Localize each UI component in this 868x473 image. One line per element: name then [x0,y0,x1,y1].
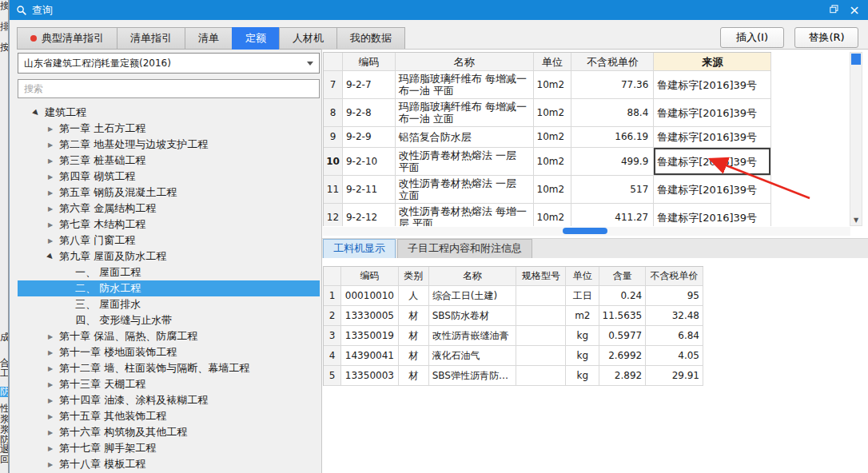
query-tab[interactable]: 定额 [232,27,280,50]
quantity-cell[interactable]: 2.6992 [599,346,646,366]
column-header-unit[interactable]: 单位 [566,267,599,286]
spec-cell[interactable] [516,306,566,326]
quota-table-row[interactable]: 12 9-2-12 改性沥青卷材热熔法 每增一层 平面 10m2 411.27 … [324,204,771,226]
column-header-quantity[interactable]: 含量 [599,267,646,286]
source-cell[interactable]: 鲁建标字[2016]39号 [654,127,771,148]
vertical-scrollbar-thumb[interactable] [851,54,861,65]
tree-item[interactable]: 第九章 屋面及防水工程 [18,248,320,264]
quota-table-row[interactable]: 8 9-2-8 玛蹄脂玻璃纤维布 每增减一布一油 立面 10m2 88.4 鲁建… [324,99,771,127]
name-cell[interactable]: 改性沥青卷材热熔法 每增一层 平面 [396,204,534,226]
column-header-code[interactable]: 编码 [341,267,399,286]
tree-expand-icon[interactable] [48,413,59,420]
tree-item[interactable]: 建筑工程 [18,105,320,121]
column-header-price[interactable]: 不含税单价 [646,267,703,286]
query-tab[interactable]: 我的数据 [336,27,405,50]
unit-cell[interactable]: 10m2 [534,71,572,99]
code-cell[interactable]: 9-2-11 [343,176,396,204]
spec-cell[interactable] [516,286,566,306]
name-cell[interactable]: SBS弹性沥青防… [429,366,517,386]
spec-cell[interactable] [516,366,566,386]
tree-expand-icon[interactable] [48,381,59,388]
tree-expand-icon[interactable] [48,429,59,436]
tree-expand-icon[interactable] [48,349,59,356]
column-header-name[interactable]: 名称 [396,53,534,71]
code-cell[interactable]: 9-2-12 [343,204,396,226]
library-dropdown[interactable]: 山东省建筑工程消耗量定额(2016) [18,53,320,74]
price-cell[interactable]: 4.05 [646,346,703,366]
spec-cell[interactable] [516,326,566,346]
name-cell[interactable]: 改性沥青卷材热熔法 一层 立面 [396,176,534,204]
price-cell[interactable]: 95 [646,286,703,306]
tree-expand-icon[interactable] [48,173,59,181]
tree-expand-icon[interactable] [48,157,59,165]
code-cell[interactable]: 00010010 [341,286,399,306]
tree-item[interactable]: 一、 屋面工程 [18,264,320,280]
source-cell[interactable]: 鲁建标字[2016]39号 [654,148,771,176]
tree-expand-icon[interactable] [48,237,59,244]
column-header-code[interactable]: 编码 [343,53,396,71]
quota-table-row[interactable]: 10 9-2-10 改性沥青卷材热熔法 一层 平面 10m2 499.9 鲁建标… [324,148,771,176]
query-tab[interactable]: 清单指引 [117,27,185,50]
tree-item[interactable]: 第十八章 模板工程 [18,456,320,472]
tree-item[interactable]: 第七章 木结构工程 [18,217,320,233]
unit-cell[interactable]: m2 [566,306,599,326]
search-input[interactable] [18,79,320,98]
tree-item[interactable]: 第五章 钢筋及混凝土工程 [18,185,320,201]
column-header-unit[interactable]: 单位 [534,53,572,71]
unit-cell[interactable]: kg [566,366,599,386]
column-header-name[interactable]: 名称 [429,267,517,286]
price-cell[interactable]: 499.9 [571,148,654,176]
tree-expand-icon[interactable] [48,141,59,149]
dialog-titlebar[interactable]: 查询 × [10,0,868,20]
resource-table-row[interactable]: 5 13350003 材 SBS弹性沥青防… kg 2.892 29.91 [324,366,703,386]
detail-tab[interactable]: 子目工程内容和附注信息 [397,239,532,258]
quantity-cell[interactable]: 2.892 [599,366,646,386]
tree-expand-icon[interactable] [34,109,45,117]
tree-item[interactable]: 第十三章 天棚工程 [18,376,320,392]
category-cell[interactable]: 材 [399,326,429,346]
vertical-scrollbar[interactable]: ▼ [850,52,862,226]
category-cell[interactable]: 材 [399,306,429,326]
code-cell[interactable]: 14390041 [341,346,399,366]
query-tab[interactable]: 人材机 [279,27,337,50]
tree-expand-icon[interactable] [48,125,59,133]
price-cell[interactable]: 6.84 [646,326,703,346]
insert-button[interactable]: 插入(I) [720,27,784,48]
column-header-category[interactable]: 类别 [399,267,429,286]
source-cell[interactable]: 鲁建标字[2016]39号 [654,176,771,204]
tree-item[interactable]: 二、 防水工程 [18,280,320,296]
unit-cell[interactable]: 工日 [566,286,599,306]
price-cell[interactable]: 411.27 [571,204,654,226]
tree-expand-icon[interactable] [48,252,59,260]
code-cell[interactable]: 9-2-8 [343,99,396,127]
category-cell[interactable]: 材 [399,366,429,386]
unit-cell[interactable]: kg [566,346,599,366]
name-cell[interactable]: 改性沥青嵌缝油膏 [429,326,517,346]
column-header-price[interactable]: 不含税单价 [571,53,654,71]
unit-cell[interactable]: 10m2 [534,204,572,226]
code-cell[interactable]: 13350019 [341,326,399,346]
tree-expand-icon[interactable] [48,333,59,340]
name-cell[interactable]: SBS防水卷材 [429,306,517,326]
category-cell[interactable]: 人 [399,286,429,306]
unit-cell[interactable]: 10m2 [534,99,572,127]
code-cell[interactable]: 9-2-7 [343,71,396,99]
source-cell[interactable]: 鲁建标字[2016]39号 [654,71,771,99]
spec-cell[interactable] [516,346,566,366]
tree-item[interactable]: 第二章 地基处理与边坡支护工程 [18,137,320,153]
code-cell[interactable]: 9-2-10 [343,148,396,176]
quantity-cell[interactable]: 0.24 [599,286,646,306]
quantity-cell[interactable]: 11.5635 [599,306,646,326]
quota-table-row[interactable]: 11 9-2-11 改性沥青卷材热熔法 一层 立面 10m2 517 鲁建标字[… [324,176,771,204]
name-cell[interactable]: 综合工日(土建) [429,286,517,306]
name-cell[interactable]: 改性沥青卷材热熔法 一层 平面 [396,148,534,176]
tree-expand-icon[interactable] [48,445,59,452]
unit-cell[interactable]: 10m2 [534,176,572,204]
query-tab[interactable]: 典型清单指引 [17,27,117,50]
tree-expand-icon[interactable] [48,205,59,213]
source-cell[interactable]: 鲁建标字[2016]39号 [654,99,771,127]
category-cell[interactable]: 材 [399,346,429,366]
code-cell[interactable]: 9-2-9 [343,127,396,148]
close-button[interactable]: × [844,2,865,18]
horizontal-scrollbar[interactable] [323,227,850,236]
